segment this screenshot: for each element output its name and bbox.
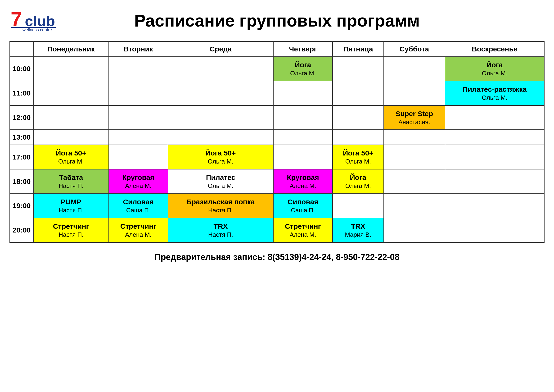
class-name: Super Step — [395, 109, 433, 118]
schedule-cell — [445, 105, 544, 130]
time-cell: 13:00 — [10, 130, 33, 145]
day-header-wed: Среда — [168, 42, 273, 57]
instructor-name: Настя П. — [58, 231, 83, 239]
table-row: 20:00СтретчингНастя П.СтретчингАлена М.T… — [10, 218, 544, 242]
schedule-cell — [384, 218, 445, 242]
instructor-name: Ольга М. — [482, 70, 507, 77]
schedule-cell — [168, 81, 273, 105]
footer-note: Предварительная запись: 8(35139)4-24-24,… — [9, 252, 545, 262]
cell-content: СиловаяСаша П. — [276, 197, 330, 215]
class-name: Табата — [59, 173, 83, 182]
table-row: 13:00 — [10, 130, 544, 145]
class-name: Йога 50+ — [343, 148, 373, 158]
time-cell: 20:00 — [10, 218, 33, 242]
schedule-cell: Йога 50+Ольга М. — [332, 145, 384, 169]
instructor-name: Алена М. — [290, 182, 316, 190]
schedule-cell — [273, 130, 332, 145]
instructor-name: Ольга М. — [58, 158, 84, 166]
table-row: 10:00ЙогаОльга М.ЙогаОльга М. — [10, 57, 544, 81]
instructor-name: Алена М. — [290, 231, 316, 239]
schedule-cell — [109, 57, 168, 81]
schedule-cell: ТабатаНастя П. — [33, 169, 109, 194]
schedule-cell: Пилатес-растяжкаОльга М. — [445, 81, 544, 105]
cell-content: Йога 50+Ольга М. — [335, 148, 381, 166]
cell-content: TRXМария В. — [335, 222, 381, 239]
instructor-name: Алена М. — [125, 182, 152, 190]
cell-content: Йога 50+Ольга М. — [171, 148, 271, 166]
schedule-cell — [384, 145, 445, 169]
schedule-cell — [33, 57, 109, 81]
instructor-name: Ольга М. — [345, 182, 371, 190]
class-name: TRX — [351, 222, 365, 231]
schedule-cell: СтретчингНастя П. — [33, 218, 109, 242]
table-row: 11:00Пилатес-растяжкаОльга М. — [10, 81, 544, 105]
schedule-cell — [273, 81, 332, 105]
schedule-cell: СиловаяСаша П. — [273, 194, 332, 218]
class-name: Круговая — [122, 173, 154, 182]
schedule-cell: Бразильская попкаНастя П. — [168, 194, 273, 218]
cell-content: ТабатаНастя П. — [36, 173, 106, 190]
class-name: Йога 50+ — [205, 148, 236, 158]
page-title: Расписание групповых программ — [62, 11, 545, 30]
time-cell: 17:00 — [10, 145, 33, 169]
time-cell: 19:00 — [10, 194, 33, 218]
cell-content: PUMPНастя П. — [36, 197, 106, 215]
cell-content: КруговаяАлена М. — [111, 173, 165, 190]
instructor-name: Настя П. — [208, 206, 233, 215]
schedule-cell: ЙогаОльга М. — [273, 57, 332, 81]
cell-content: СтретчингАлена М. — [111, 222, 165, 239]
time-header — [10, 42, 33, 57]
schedule-cell — [168, 105, 273, 130]
cell-content: Йога 50+Ольга М. — [36, 148, 106, 166]
class-name: Силовая — [288, 197, 318, 206]
table-row: 17:00Йога 50+Ольга М.Йога 50+Ольга М.Йог… — [10, 145, 544, 169]
schedule-cell — [33, 105, 109, 130]
class-name: Йога — [486, 60, 503, 70]
class-name: Йога — [350, 173, 366, 182]
class-name: Силовая — [123, 197, 153, 206]
instructor-name: Настя П. — [58, 206, 83, 215]
class-name: Пилатес-растяжка — [463, 85, 526, 94]
logo-area: 7 club wellness centre — [9, 7, 62, 34]
schedule-cell: Йога 50+Ольга М. — [33, 145, 109, 169]
schedule-cell — [332, 105, 384, 130]
svg-text:club: club — [25, 13, 55, 29]
schedule-cell — [445, 130, 544, 145]
instructor-name: Ольга М. — [290, 70, 316, 77]
schedule-cell — [332, 81, 384, 105]
time-cell: 10:00 — [10, 57, 33, 81]
class-name: Стретчинг — [120, 222, 156, 231]
schedule-cell — [445, 145, 544, 169]
day-header-mon: Понедельник — [33, 42, 109, 57]
day-header-thu: Четверг — [273, 42, 332, 57]
time-cell: 12:00 — [10, 105, 33, 130]
schedule-cell: СиловаяСаша П. — [109, 194, 168, 218]
instructor-name: Саша П. — [126, 206, 150, 215]
table-row: 19:00PUMPНастя П.СиловаяСаша П.Бразильск… — [10, 194, 544, 218]
instructor-name: Ольга М. — [345, 158, 371, 166]
schedule-cell: КруговаяАлена М. — [273, 169, 332, 194]
table-row: 12:00Super StepАнастасия. — [10, 105, 544, 130]
schedule-cell: TRXМария В. — [332, 218, 384, 242]
cell-content: СиловаяСаша П. — [111, 197, 165, 215]
cell-content: ЙогаОльга М. — [448, 60, 542, 77]
schedule-cell — [445, 169, 544, 194]
class-name: Круговая — [287, 173, 319, 182]
schedule-cell — [168, 130, 273, 145]
schedule-cell — [332, 57, 384, 81]
schedule-cell: ЙогаОльга М. — [445, 57, 544, 81]
cell-content: ЙогаОльга М. — [335, 173, 381, 190]
schedule-cell — [384, 130, 445, 145]
day-header-tue: Вторник — [109, 42, 168, 57]
cell-content: Бразильская попкаНастя П. — [171, 197, 271, 215]
cell-content: TRXНастя П. — [171, 222, 271, 239]
svg-text:wellness centre: wellness centre — [22, 28, 52, 32]
instructor-name: Ольга М. — [482, 94, 507, 102]
table-row: 18:00ТабатаНастя П.КруговаяАлена М.Пилат… — [10, 169, 544, 194]
svg-text:7: 7 — [11, 8, 22, 30]
cell-content: СтретчингНастя П. — [36, 222, 106, 239]
schedule-cell — [445, 218, 544, 242]
schedule-cell — [109, 81, 168, 105]
schedule-cell: СтретчингАлена М. — [273, 218, 332, 242]
day-header-fri: Пятница — [332, 42, 384, 57]
